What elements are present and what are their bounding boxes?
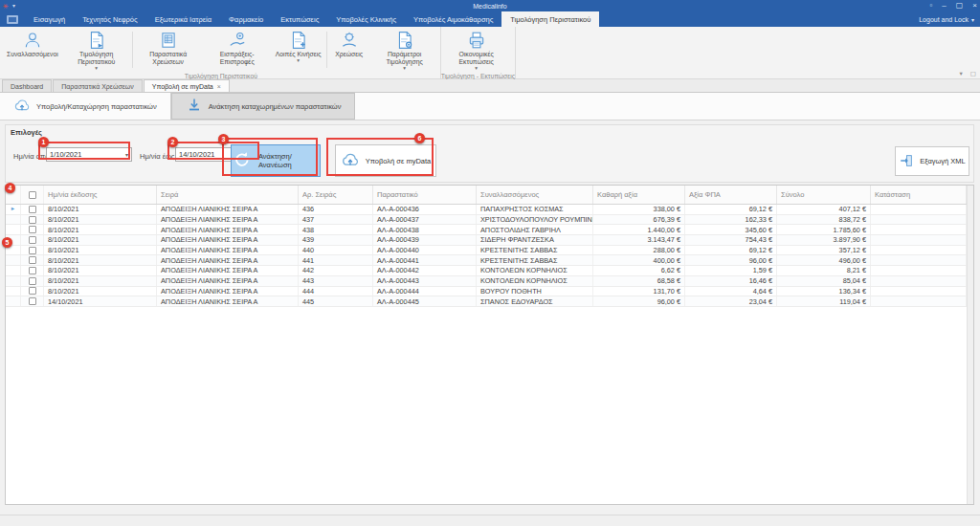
documents-grid: Ημ/νία έκδοσηςΣειράΑρ. ΣειράςΠαραστατικό… [5, 185, 974, 505]
tab-close-icon[interactable]: × [217, 83, 221, 90]
select-all-checkbox[interactable] [29, 191, 36, 199]
row-checkbox[interactable] [29, 256, 36, 264]
restore-icon[interactable]: ▢ [956, 2, 964, 10]
document-tab[interactable]: Dashboard [2, 79, 52, 92]
status-bar [0, 515, 980, 526]
table-cell: 8/10/2021 [44, 255, 157, 265]
table-row[interactable]: 8/10/2021ΑΠΟΔΕΙΞΗ ΛΙΑΝΙΚΗΣ ΣΕΙΡΑ Α442ΑΛ-… [6, 266, 967, 276]
table-cell: 288,00 € [593, 246, 685, 255]
table-row[interactable]: ►8/10/2021ΑΠΟΔΕΙΞΗ ΛΙΑΝΙΚΗΣ ΣΕΙΡΑ Α436ΑΛ… [6, 205, 967, 215]
ribbon-button[interactable]: Παράμετροι Τιμολόγησης▾ [370, 29, 439, 71]
file-menu-button[interactable] [0, 11, 25, 27]
export-xml-button[interactable]: Εξαγωγή XML [895, 146, 969, 176]
minimize-icon[interactable]: – [942, 2, 946, 10]
document-tab[interactable]: Υποβολή σε myData× [144, 79, 230, 92]
submit-mydata-button[interactable]: Υποβολή σε myData [335, 144, 436, 177]
table-cell: ΑΠΟΔΕΙΞΗ ΛΙΑΝΙΚΗΣ ΣΕΙΡΑ Α [157, 276, 299, 286]
column-header[interactable]: Ημ/νία έκδοσης [44, 186, 157, 204]
window-options-icon[interactable]: ▫ [929, 2, 932, 10]
charges-icon [340, 31, 359, 50]
subtab-label: Υποβολή/Καταχώρηση παραστατικών [36, 102, 157, 111]
row-indicator-cell [6, 296, 21, 306]
mydata-subtab[interactable]: Υποβολή/Καταχώρηση παραστατικών [0, 93, 171, 120]
table-row[interactable]: 8/10/2021ΑΠΟΔΕΙΞΗ ΛΙΑΝΙΚΗΣ ΣΕΙΡΑ Α438ΑΛ-… [6, 225, 967, 235]
menubar-tab[interactable]: Εκτυπώσεις [272, 11, 327, 27]
ribbon-button[interactable]: Χρεώσεις [328, 29, 370, 71]
ribbon-button-label: Παράμετροι Τιμολόγησης [374, 51, 435, 66]
logout-and-lock-button[interactable]: Logout and Lock ▾ [919, 11, 974, 27]
receipts-icon [228, 31, 247, 50]
row-checkbox[interactable] [29, 297, 36, 305]
annotation-badge: 3 [218, 134, 229, 144]
annotation-badge: 1 [38, 137, 49, 147]
ribbon-button[interactable]: Οικονομικές Εκτυπώσεις▾ [442, 29, 511, 71]
table-row[interactable]: 14/10/2021ΑΠΟΔΕΙΞΗ ΛΙΑΝΙΚΗΣ ΣΕΙΡΑ Α445ΑΛ… [6, 296, 967, 307]
ribbon-button[interactable]: Τιμολόγηση Περιστατικού▾ [62, 29, 131, 71]
ribbon-separator [326, 32, 327, 68]
annotation-badge: 4 [5, 183, 15, 193]
menubar-tab[interactable]: Εισαγωγή [25, 11, 74, 27]
column-header[interactable]: Συναλλασσόμενος [477, 186, 593, 204]
column-header[interactable]: Αξία ΦΠΑ [685, 186, 777, 204]
row-checkbox[interactable] [29, 206, 36, 213]
column-header[interactable]: Παραστατικό [373, 186, 477, 204]
column-header[interactable]: Αρ. Σειράς [299, 186, 373, 204]
close-icon[interactable]: × [972, 2, 977, 10]
ribbon-button[interactable]: Εισπράξεις-Επιστροφές [203, 29, 272, 71]
menubar-tab[interactable]: Υποβολές Αιμοκάθαρσης [405, 11, 501, 27]
row-checkbox[interactable] [29, 247, 36, 254]
table-row[interactable]: 8/10/2021ΑΠΟΔΕΙΞΗ ΛΙΑΝΙΚΗΣ ΣΕΙΡΑ Α444ΑΛ-… [6, 287, 967, 297]
menubar-tab[interactable]: Τιμολόγηση Περιστατικού [501, 11, 599, 27]
table-cell: 69,12 € [685, 205, 777, 214]
row-checkbox[interactable] [29, 287, 36, 295]
row-checkbox[interactable] [29, 236, 36, 244]
table-row[interactable]: 8/10/2021ΑΠΟΔΕΙΞΗ ΛΙΑΝΙΚΗΣ ΣΕΙΡΑ Α439ΑΛ-… [6, 235, 967, 246]
table-cell: ΑΛ-Α-000436 [373, 205, 477, 214]
menubar-tab[interactable]: Τεχνητός Νεφρός [74, 11, 145, 27]
table-cell: ΑΛ-Α-000438 [373, 225, 477, 234]
document-tab[interactable]: Παραστατικά Χρεώσεων [53, 79, 143, 92]
refresh-button[interactable]: Ανάκτηση/Ανανέωση [231, 144, 321, 177]
table-cell: ΣΠΑΝΟΣ ΕΔΟΥΑΡΔΟΣ [477, 296, 593, 306]
row-indicator-cell [6, 255, 21, 265]
table-row[interactable]: 8/10/2021ΑΠΟΔΕΙΞΗ ΛΙΑΝΙΚΗΣ ΣΕΙΡΑ Α440ΑΛ-… [6, 246, 967, 256]
table-cell [871, 255, 967, 265]
ribbon-menu-bar: ΕισαγωγήΤεχνητός ΝεφρόςΕξωτερικά Ιατρεία… [0, 11, 980, 27]
row-checkbox[interactable] [29, 216, 36, 224]
column-header[interactable]: Σύνολο [777, 186, 871, 204]
row-checkbox[interactable] [29, 226, 36, 233]
table-cell [871, 225, 967, 234]
column-header[interactable]: Κατάσταση [871, 186, 967, 204]
pin-ribbon-icon[interactable]: ▢ [970, 70, 976, 77]
grid-header-row: Ημ/νία έκδοσηςΣειράΑρ. ΣειράςΠαραστατικό… [6, 186, 967, 205]
financial-prints-icon [467, 31, 486, 50]
ribbon-button[interactable]: Λοιπές Κινήσεις▾ [272, 29, 325, 71]
vertical-scrollbar[interactable] [967, 186, 973, 504]
table-row[interactable]: 8/10/2021ΑΠΟΔΕΙΞΗ ΛΙΑΝΙΚΗΣ ΣΕΙΡΑ Α443ΑΛ-… [6, 276, 967, 287]
menubar-tab[interactable]: Εξωτερικά Ιατρεία [146, 11, 220, 27]
menubar-tab[interactable]: Φαρμακείο [220, 11, 272, 27]
ribbon-button-label: Οικονομικές Εκτυπώσεις [446, 51, 507, 66]
column-header[interactable]: Σειρά [157, 186, 299, 204]
table-row[interactable]: 8/10/2021ΑΠΟΔΕΙΞΗ ΛΙΑΝΙΚΗΣ ΣΕΙΡΑ Α441ΑΛ-… [6, 255, 967, 266]
tab-list-dropdown-icon[interactable]: ▾ [960, 70, 963, 77]
table-cell: 676,39 € [593, 215, 685, 225]
table-cell: ΑΠΟΔΕΙΞΗ ΛΙΑΝΙΚΗΣ ΣΕΙΡΑ Α [157, 255, 299, 265]
row-indicator-cell: ► [6, 205, 21, 214]
table-cell: 436 [299, 205, 373, 214]
invoice-icon [87, 31, 106, 50]
table-row[interactable]: 8/10/2021ΑΠΟΔΕΙΞΗ ΛΙΑΝΙΚΗΣ ΣΕΙΡΑ Α437ΑΛ-… [6, 215, 967, 226]
window-title: Medicalinfo [0, 3, 980, 10]
person-icon [23, 31, 42, 50]
ribbon-button[interactable]: Συναλλασσόμενοι [3, 29, 62, 71]
mydata-subtab[interactable]: Ανάκτηση καταχωρημένων παραστατικών [171, 93, 356, 120]
date-from-combo[interactable]: 1/10/2021 ▾ [46, 147, 132, 162]
row-checkbox[interactable] [29, 267, 36, 274]
row-checkbox[interactable] [29, 277, 36, 285]
ribbon-button[interactable]: Παραστατικά Χρεώσεων [134, 29, 203, 71]
column-header[interactable]: Καθαρή αξία [593, 186, 685, 204]
menubar-tab[interactable]: Υποβολές Κλινικής [327, 11, 405, 27]
table-cell: 439 [299, 235, 373, 245]
row-checkbox-cell [21, 266, 44, 275]
date-to-value: 14/10/2021 [179, 150, 215, 159]
